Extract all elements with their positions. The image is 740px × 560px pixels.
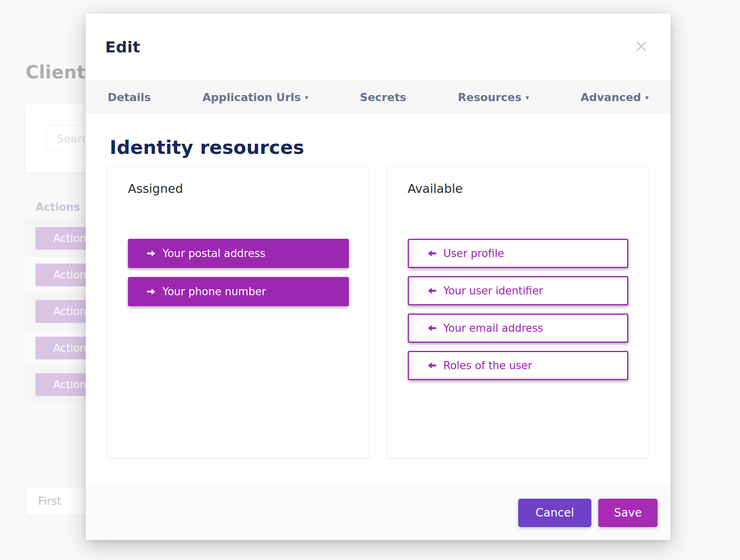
tab-resources[interactable]: Resources ▾ <box>458 91 529 104</box>
modal-body: Identity resources Assigned Your postal … <box>86 114 671 485</box>
available-list: User profile Your user identifier <box>408 239 629 380</box>
screen: Clients Actions Action Action Action Act… <box>0 0 740 560</box>
close-icon <box>635 40 647 54</box>
available-item-your-user-identifier[interactable]: Your user identifier <box>408 276 629 305</box>
chevron-down-icon: ▾ <box>305 94 309 101</box>
tab-advanced[interactable]: Advanced ▾ <box>581 91 649 104</box>
assigned-item-your-postal-address[interactable]: Your postal address <box>128 239 349 268</box>
available-heading: Available <box>408 182 629 196</box>
available-item-user-profile[interactable]: User profile <box>408 239 629 268</box>
modal-header: Edit <box>86 13 671 80</box>
edit-modal: Edit Details Application Urls ▾ Secrets … <box>86 13 671 540</box>
modal-tab-bar: Details Application Urls ▾ Secrets Resou… <box>86 80 671 114</box>
section-title: Identity resources <box>110 136 649 158</box>
resource-panels: Assigned Your postal address <box>108 166 649 458</box>
arrow-left-icon <box>426 286 438 296</box>
arrow-right-icon <box>145 287 157 296</box>
tab-secrets[interactable]: Secrets <box>360 91 406 104</box>
arrow-right-icon <box>145 249 157 258</box>
cancel-button[interactable]: Cancel <box>518 499 591 527</box>
chevron-down-icon: ▾ <box>645 94 649 101</box>
tab-application-urls[interactable]: Application Urls ▾ <box>202 91 308 104</box>
save-button[interactable]: Save <box>598 499 658 527</box>
close-button[interactable] <box>632 37 651 57</box>
modal-title: Edit <box>105 38 140 56</box>
tab-details[interactable]: Details <box>108 91 151 104</box>
modal-footer: Cancel Save <box>86 485 671 540</box>
arrow-left-icon <box>426 361 438 370</box>
assigned-heading: Assigned <box>128 182 349 196</box>
chevron-down-icon: ▾ <box>526 94 529 101</box>
available-item-roles-of-the-user[interactable]: Roles of the user <box>408 351 629 380</box>
assigned-list: Your postal address Your phone number <box>128 239 349 306</box>
arrow-left-icon <box>426 323 438 333</box>
available-item-your-email-address[interactable]: Your email address <box>408 314 629 343</box>
assigned-panel: Assigned Your postal address <box>108 166 369 458</box>
assigned-item-your-phone-number[interactable]: Your phone number <box>128 277 349 306</box>
available-panel: Available User profile Your <box>387 166 649 458</box>
arrow-left-icon <box>426 249 438 258</box>
